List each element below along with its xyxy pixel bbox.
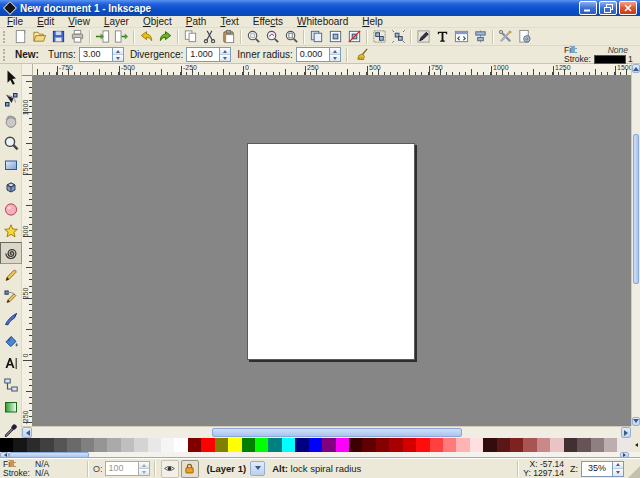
palette-swatch[interactable] [336, 438, 349, 452]
horizontal-scrollbar[interactable] [22, 426, 631, 438]
palette-swatch[interactable] [617, 438, 630, 452]
import-button[interactable] [93, 28, 112, 45]
divergence-spinbox[interactable]: 1.000 [186, 47, 231, 62]
menu-layer[interactable]: Layer [97, 16, 136, 28]
palette-swatch[interactable] [416, 438, 429, 452]
cut-button[interactable] [200, 28, 219, 45]
palette-scroll-left-icon[interactable] [631, 438, 640, 452]
canvas[interactable] [33, 76, 631, 426]
tool-bucket[interactable] [0, 330, 22, 352]
palette-swatch[interactable] [362, 438, 375, 452]
horizontal-ruler[interactable]: -750-500-2500250500750100012501500 [33, 64, 631, 76]
menu-effects[interactable]: Effects [246, 16, 290, 28]
menu-view[interactable]: View [61, 16, 97, 28]
text-dialog-button[interactable] [433, 28, 452, 45]
palette-swatch[interactable] [403, 438, 416, 452]
palette-swatch[interactable] [201, 438, 214, 452]
tool-tweak[interactable] [0, 110, 22, 132]
palette-swatch[interactable] [174, 438, 187, 452]
scroll-up-button[interactable] [632, 64, 640, 73]
vertical-scrollbar[interactable] [631, 64, 640, 426]
spin-down[interactable] [613, 468, 623, 476]
redo-button[interactable] [156, 28, 175, 45]
palette-swatch[interactable] [242, 438, 255, 452]
opacity-spinbox[interactable]: 100 [105, 461, 150, 476]
spin-down[interactable] [139, 468, 149, 475]
group-button[interactable] [370, 28, 389, 45]
palette-swatch[interactable] [443, 438, 456, 452]
palette-swatch[interactable] [228, 438, 241, 452]
horizontal-scroll-thumb[interactable] [212, 428, 462, 437]
paste-button[interactable] [219, 28, 238, 45]
palette-swatch[interactable] [389, 438, 402, 452]
palette-swatch[interactable] [282, 438, 295, 452]
palette-swatch[interactable] [430, 438, 443, 452]
palette-swatch[interactable] [94, 438, 107, 452]
palette-swatch[interactable] [268, 438, 281, 452]
open-button[interactable] [30, 28, 49, 45]
palette-swatch[interactable] [121, 438, 134, 452]
scroll-left-button[interactable] [22, 427, 32, 438]
palette-swatch[interactable] [510, 438, 523, 452]
palette-swatch[interactable] [0, 438, 13, 452]
undo-button[interactable] [137, 28, 156, 45]
palette-swatch[interactable] [537, 438, 550, 452]
style-indicator[interactable]: Fill: None Stroke: 1 [564, 46, 636, 64]
layer-lock-toggle[interactable] [181, 460, 199, 478]
palette-swatch[interactable] [470, 438, 483, 452]
menu-whiteboard[interactable]: Whiteboard [290, 16, 355, 28]
tool-selector[interactable] [0, 66, 22, 88]
turns-spinbox[interactable]: 3.00 [79, 47, 124, 62]
tool-star[interactable] [0, 220, 22, 242]
preferences-button[interactable] [496, 28, 515, 45]
palette-swatch[interactable] [81, 438, 94, 452]
vertical-scroll-thumb[interactable] [633, 134, 639, 284]
save-button[interactable] [49, 28, 68, 45]
palette-swatch[interactable] [577, 438, 590, 452]
scroll-down-button[interactable] [632, 417, 640, 426]
palette-swatch[interactable] [255, 438, 268, 452]
toolbar-grip[interactable] [3, 49, 7, 61]
scroll-right-button[interactable] [621, 427, 631, 438]
palette-swatch[interactable] [591, 438, 604, 452]
tool-box3d[interactable] [0, 176, 22, 198]
align-button[interactable] [471, 28, 490, 45]
spin-down[interactable] [220, 54, 230, 61]
tool-ellipse[interactable] [0, 198, 22, 220]
palette-swatch[interactable] [550, 438, 563, 452]
xml-editor-button[interactable] [452, 28, 471, 45]
palette-swatch[interactable] [295, 438, 308, 452]
palette-swatch[interactable] [67, 438, 80, 452]
palette-swatch[interactable] [497, 438, 510, 452]
fill-stroke-indicator[interactable]: Fill: N/A Stroke: N/A [0, 460, 83, 478]
spin-down[interactable] [113, 54, 123, 61]
palette-swatch[interactable] [54, 438, 67, 452]
minimize-button[interactable] [579, 1, 597, 15]
tool-spiral[interactable] [0, 242, 22, 264]
menu-help[interactable]: Help [355, 16, 390, 28]
palette-swatch[interactable] [215, 438, 228, 452]
palette-swatch[interactable] [376, 438, 389, 452]
window-resize-grip[interactable] [628, 466, 640, 478]
tool-pencil[interactable] [0, 264, 22, 286]
spin-down[interactable] [330, 54, 340, 61]
zoom-selection-button[interactable] [244, 28, 263, 45]
zoom-drawing-button[interactable] [263, 28, 282, 45]
layer-dropdown-button[interactable] [250, 461, 265, 476]
menu-edit[interactable]: Edit [30, 16, 61, 28]
fill-stroke-button[interactable] [414, 28, 433, 45]
palette-swatch[interactable] [13, 438, 26, 452]
palette-swatch[interactable] [40, 438, 53, 452]
clone-button[interactable] [326, 28, 345, 45]
new-button[interactable] [11, 28, 30, 45]
copy-button[interactable] [181, 28, 200, 45]
palette-swatch[interactable] [107, 438, 120, 452]
tool-gradient[interactable] [0, 396, 22, 418]
duplicate-button[interactable] [307, 28, 326, 45]
tool-pen[interactable] [0, 286, 22, 308]
palette-swatch[interactable] [483, 438, 496, 452]
palette-swatch[interactable] [134, 438, 147, 452]
export-button[interactable] [112, 28, 131, 45]
palette-swatch[interactable] [322, 438, 335, 452]
palette-swatch[interactable] [27, 438, 40, 452]
